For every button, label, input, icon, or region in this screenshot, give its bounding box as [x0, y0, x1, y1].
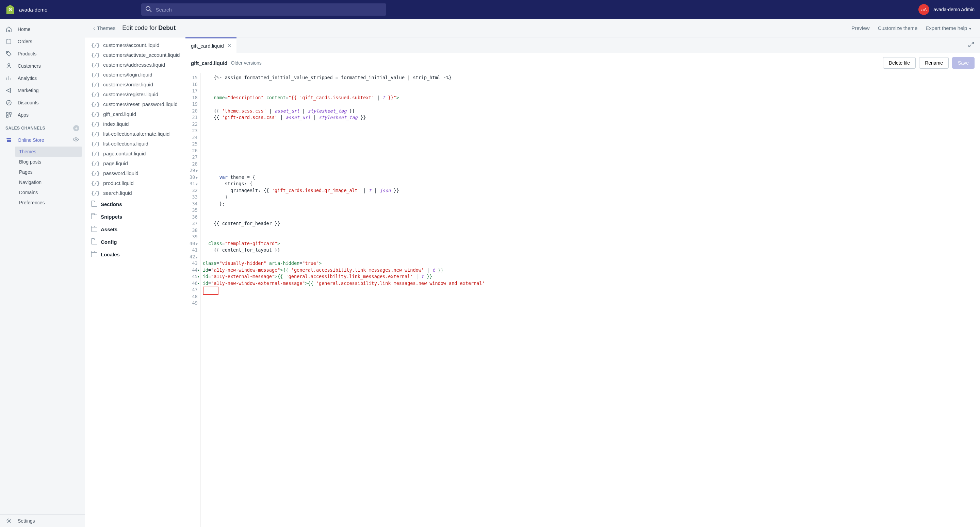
file-item[interactable]: {/}search.liquid [85, 188, 185, 198]
nav-home[interactable]: Home [0, 23, 85, 35]
liquid-file-icon: {/} [91, 111, 100, 117]
gear-icon [5, 517, 12, 524]
liquid-file-icon: {/} [91, 151, 100, 156]
store-name: avada-demo [19, 7, 47, 13]
subnav-domains[interactable]: Domains [15, 187, 82, 198]
code-editor[interactable]: 151617181920212223242526272829▼30▼31▼323… [185, 73, 980, 527]
delete-file-button[interactable]: Delete file [883, 57, 916, 69]
svg-point-10 [8, 520, 10, 522]
file-item[interactable]: {/}index.liquid [85, 119, 185, 129]
sidebar: Home Orders Products Customers Analytics… [0, 19, 85, 527]
svg-point-4 [8, 63, 10, 66]
folder-item[interactable]: Sections [85, 198, 185, 211]
expert-help-link[interactable]: Expert theme help▼ [926, 25, 972, 31]
file-item[interactable]: {/}customers/account.liquid [85, 40, 185, 50]
folder-item[interactable]: Locales [85, 248, 185, 261]
svg-line-1 [150, 10, 151, 12]
file-item[interactable]: {/}page.liquid [85, 159, 185, 168]
file-item[interactable]: {/}customers/login.liquid [85, 70, 185, 79]
page-header: ‹ Themes Edit code for Debut Preview Cus… [85, 19, 980, 37]
liquid-file-icon: {/} [91, 161, 100, 166]
file-item[interactable]: {/}page.contact.liquid [85, 149, 185, 159]
store-icon [5, 137, 12, 143]
svg-point-0 [146, 6, 150, 11]
expand-icon[interactable] [962, 38, 980, 52]
nav-discounts[interactable]: Discounts [0, 97, 85, 109]
customers-icon [5, 63, 12, 69]
file-item[interactable]: {/}customers/activate_account.liquid [85, 50, 185, 60]
search-input[interactable] [156, 7, 382, 13]
subnav-navigation[interactable]: Navigation [15, 177, 82, 187]
svg-rect-6 [6, 113, 8, 114]
chevron-down-icon: ▼ [969, 27, 972, 30]
folder-item[interactable]: Config [85, 236, 185, 248]
nav-analytics[interactable]: Analytics [0, 72, 85, 84]
apps-icon [5, 111, 12, 118]
file-item[interactable]: {/}password.liquid [85, 168, 185, 178]
file-item[interactable]: {/}customers/addresses.liquid [85, 60, 185, 70]
file-item[interactable]: {/}list-collections.alternate.liquid [85, 129, 185, 139]
svg-point-9 [75, 139, 76, 140]
user-menu[interactable]: aA avada-demo Admin [918, 4, 975, 15]
file-item[interactable]: {/}customers/register.liquid [85, 89, 185, 99]
subnav-preferences[interactable]: Preferences [15, 198, 82, 208]
home-icon [5, 26, 12, 33]
older-versions-link[interactable]: Older versions [231, 60, 262, 66]
editor-tabs: gift_card.liquid × [185, 37, 980, 53]
nav-customers[interactable]: Customers [0, 60, 85, 72]
folder-icon [91, 252, 97, 257]
file-item[interactable]: {/}customers/reset_password.liquid [85, 99, 185, 109]
svg-point-3 [8, 52, 8, 53]
folder-item[interactable]: Assets [85, 223, 185, 236]
view-store-icon[interactable] [73, 136, 79, 144]
liquid-file-icon: {/} [91, 62, 100, 68]
file-item[interactable]: {/}list-collections.liquid [85, 139, 185, 149]
nav-apps[interactable]: Apps [0, 109, 85, 121]
products-icon [5, 50, 12, 57]
svg-rect-8 [6, 116, 8, 117]
search-icon [145, 6, 152, 14]
line-gutter: 151617181920212223242526272829▼30▼31▼323… [185, 73, 201, 527]
close-tab-icon[interactable]: × [228, 43, 231, 49]
subnav-blog[interactable]: Blog posts [15, 157, 82, 167]
nav-marketing[interactable]: Marketing [0, 84, 85, 97]
tab-active[interactable]: gift_card.liquid × [185, 37, 237, 53]
search-box[interactable] [141, 3, 386, 16]
page-title: Edit code for Debut [122, 24, 176, 32]
nav-orders[interactable]: Orders [0, 35, 85, 48]
liquid-file-icon: {/} [91, 181, 100, 186]
discounts-icon [5, 99, 12, 106]
code-content[interactable]: {%- assign formatted_initial_value_strip… [201, 73, 980, 527]
avatar: aA [918, 4, 929, 15]
folder-item[interactable]: Snippets [85, 211, 185, 223]
rename-button[interactable]: Rename [919, 57, 949, 69]
file-item[interactable]: {/}customers/order.liquid [85, 79, 185, 89]
back-to-themes[interactable]: ‹ Themes [93, 25, 115, 31]
file-item[interactable]: {/}gift_card.liquid [85, 109, 185, 119]
liquid-file-icon: {/} [91, 82, 100, 87]
liquid-file-icon: {/} [91, 121, 100, 127]
liquid-file-icon: {/} [91, 102, 100, 107]
preview-link[interactable]: Preview [851, 25, 869, 31]
analytics-icon [5, 75, 12, 82]
user-label: avada-demo Admin [933, 7, 975, 12]
liquid-file-icon: {/} [91, 141, 100, 146]
liquid-file-icon: {/} [91, 72, 100, 78]
save-button[interactable]: Save [952, 57, 975, 69]
topbar: avada-demo aA avada-demo Admin [0, 0, 980, 19]
nav-settings[interactable]: Settings [0, 515, 85, 527]
file-item[interactable]: {/}product.liquid [85, 178, 185, 188]
folder-icon [91, 227, 97, 232]
svg-rect-2 [7, 39, 11, 44]
customize-link[interactable]: Customize theme [878, 25, 918, 31]
nav-products[interactable]: Products [0, 48, 85, 60]
liquid-file-icon: {/} [91, 190, 100, 196]
subnav-pages[interactable]: Pages [15, 167, 82, 177]
folder-icon [91, 202, 97, 207]
nav-online-store[interactable]: Online Store [0, 133, 85, 146]
file-toolbar: gift_card.liquid Older versions Delete f… [185, 53, 980, 73]
add-channel-icon[interactable]: + [73, 125, 79, 131]
liquid-file-icon: {/} [91, 131, 100, 137]
subnav-themes[interactable]: Themes [15, 146, 82, 157]
shopify-logo-icon [5, 5, 15, 14]
